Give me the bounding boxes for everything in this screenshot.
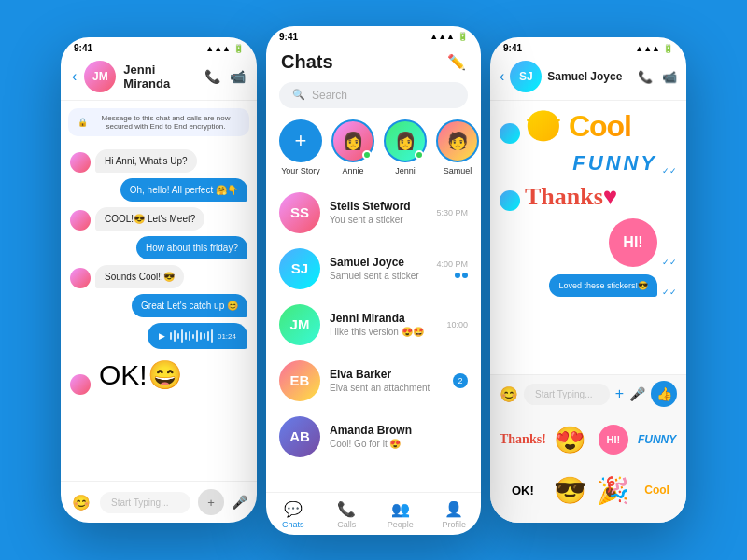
sticker-cell-face[interactable]: 😍 — [550, 416, 590, 463]
nav-label-calls: Calls — [337, 520, 356, 529]
message-bubble: Hi Anni, What's Up? — [95, 149, 197, 173]
msg-row-voice: ▶ 01:24 — [70, 323, 247, 349]
sticker-input-placeholder: Start Typing... — [535, 389, 593, 399]
list-preview: I like this version 😍🤩 — [330, 327, 437, 337]
back-button-right[interactable]: ‹ — [500, 68, 504, 85]
story-item-annie[interactable]: 👩 Annie — [331, 119, 374, 175]
sticker-cell-emoji3[interactable]: 🎉 — [594, 467, 634, 513]
status-bar-right: 9:41 ▲▲▲ 🔋 — [490, 37, 686, 55]
list-time: 5:30 PM — [436, 208, 468, 217]
sticker-input[interactable]: Start Typing... — [524, 384, 610, 405]
message-bubble: Loved these stickers!😎 — [549, 274, 657, 297]
phone-left: 9:41 ▲▲▲ 🔋 ‹ JM Jenni Miranda 📞 📹 🔒 Mess… — [61, 37, 257, 523]
list-info: Samuel Joyce Samuel sent a sticker — [330, 256, 427, 281]
mic-button-right[interactable]: 🎤 — [629, 386, 645, 401]
video-button-right[interactable]: 📹 — [662, 70, 677, 84]
list-avatar: SS — [279, 192, 320, 233]
msg-row: How about this friday? — [70, 236, 247, 259]
message-bubble: How about this friday? — [136, 236, 247, 259]
chat-header-left: ‹ JM Jenni Miranda 📞 📹 — [61, 55, 257, 101]
add-button-right[interactable]: + — [615, 385, 624, 402]
sticker-input-row: 😊 Start Typing... + 🎤 👍 — [496, 381, 681, 413]
unread-badge: 2 — [453, 373, 468, 388]
list-info: Stells Stefword You sent a sticker — [330, 200, 427, 225]
story-item-jenni[interactable]: 👩 Jenni — [384, 119, 427, 175]
online-indicator-annie — [362, 150, 372, 160]
video-button-left[interactable]: 📹 — [230, 69, 246, 84]
call-button-left[interactable]: 📞 — [204, 69, 220, 84]
emoji-button-left[interactable]: 😊 — [70, 491, 92, 513]
list-info: Amanda Brown Cool! Go for it 😍 — [330, 424, 458, 449]
sticker-cell-emoji2[interactable]: 😎 — [550, 467, 590, 513]
read-tick: ✓✓ — [662, 287, 677, 297]
time-center: 9:41 — [279, 32, 298, 42]
list-item[interactable]: AB Amanda Brown Cool! Go for it 😍 — [266, 409, 481, 465]
sticker-messages-area: 😎 Cool FUNNY ✓✓ Thanks♥ HI! ✓✓ Loved the… — [490, 101, 686, 374]
sticker-cell-cool[interactable]: Cool — [637, 467, 677, 513]
list-avatar: SJ — [279, 248, 320, 289]
sticker-message: OK!😄 — [95, 355, 186, 395]
msg-row: Oh, hello! All perfect 🤗👇 — [70, 178, 247, 202]
msg-row: Sounds Cool!!😎 — [70, 265, 247, 288]
header-name-left: Jenni Miranda — [123, 63, 197, 91]
search-bar[interactable]: 🔍 Search — [279, 82, 468, 108]
list-preview: You sent a sticker — [330, 215, 427, 225]
sticker-cool: 😎 Cool — [525, 108, 631, 144]
status-bar-center: 9:41 ▲▲▲ 🔋 — [266, 26, 481, 44]
msg-row-sticker: FUNNY ✓✓ — [500, 151, 677, 175]
story-item-add[interactable]: + Your Story — [279, 119, 322, 175]
list-time: 2 — [453, 373, 468, 388]
list-avatar: AB — [279, 416, 320, 457]
story-label-jenni: Jenni — [395, 166, 416, 175]
header-actions-left: 📞 📹 — [204, 69, 246, 84]
encryption-notice: 🔒 Message to this chat and calls are now… — [68, 108, 249, 136]
chat-input-bar-left: 😊 Start Typing... + 🎤 — [61, 481, 257, 523]
add-button-left[interactable]: + — [198, 489, 224, 515]
nav-item-calls[interactable]: 📞 Calls — [320, 500, 374, 529]
nav-item-people[interactable]: 👥 People — [374, 500, 428, 529]
message-bubble: COOL!😎 Let's Meet? — [95, 207, 204, 231]
list-name: Jenni Miranda — [330, 312, 437, 325]
list-item[interactable]: SJ Samuel Joyce Samuel sent a sticker 4:… — [266, 241, 481, 297]
mic-button-left[interactable]: 🎤 — [232, 495, 247, 510]
sticker-grid: Thanks! 😍 HI! FUNNY OK! 😎 🎉 Cool — [496, 413, 681, 517]
voice-message: ▶ 01:24 — [148, 323, 247, 349]
msg-row-sticker: Thanks♥ — [500, 183, 677, 211]
sticker-cell-hi[interactable]: HI! — [594, 416, 634, 463]
nav-item-profile[interactable]: 👤 Profile — [428, 500, 482, 529]
nav-label-people: People — [388, 520, 414, 529]
header-actions-right: 📞 📹 — [638, 70, 677, 84]
call-button-right[interactable]: 📞 — [638, 70, 653, 84]
input-placeholder-left: Start Typing... — [111, 497, 169, 508]
list-item[interactable]: EB Elva Barker Elva sent an attachment 2 — [266, 353, 481, 409]
sticker-thanks: Thanks♥ — [525, 183, 617, 211]
chats-title: Chats — [281, 51, 333, 73]
sticker-cell-funny[interactable]: FUNNY — [637, 416, 677, 463]
header-avatar-right: SJ — [510, 61, 542, 92]
avatar — [500, 190, 520, 211]
center-header: Chats ✏️ — [266, 44, 481, 78]
search-icon: 🔍 — [292, 89, 305, 101]
list-preview: Elva sent an attachment — [330, 383, 444, 393]
story-avatar-annie: 👩 — [331, 119, 374, 162]
list-time: 10:00 — [446, 320, 468, 329]
nav-item-chats[interactable]: 💬 Chats — [266, 500, 320, 529]
chat-input-left[interactable]: Start Typing... — [100, 492, 190, 513]
bottom-nav: 💬 Chats 📞 Calls 👥 People 👤 Profile — [266, 492, 481, 535]
list-item[interactable]: SS Stells Stefword You sent a sticker 5:… — [266, 185, 481, 241]
edit-icon[interactable]: ✏️ — [447, 53, 466, 71]
read-tick: ✓✓ — [662, 258, 677, 267]
story-avatar-jenni: 👩 — [384, 119, 427, 162]
emoji-button-right[interactable]: 😊 — [500, 385, 518, 403]
back-button-left[interactable]: ‹ — [72, 68, 77, 85]
status-icons-right: ▲▲▲ 🔋 — [635, 44, 673, 53]
chat-header-right: ‹ SJ Samuel Joyce 📞 📹 — [490, 55, 686, 101]
list-name: Samuel Joyce — [330, 256, 427, 269]
sticker-cell-ok[interactable]: OK! — [500, 467, 546, 513]
list-item[interactable]: JM Jenni Miranda I like this version 😍🤩 … — [266, 297, 481, 353]
read-tick: ✓✓ — [662, 166, 677, 175]
like-button-right[interactable]: 👍 — [651, 381, 677, 407]
msg-row-sticker: 😎 Cool — [500, 108, 677, 144]
sticker-cell-thanks[interactable]: Thanks! — [500, 416, 546, 463]
story-item-samuel[interactable]: 🧑 Samuel — [436, 119, 479, 175]
